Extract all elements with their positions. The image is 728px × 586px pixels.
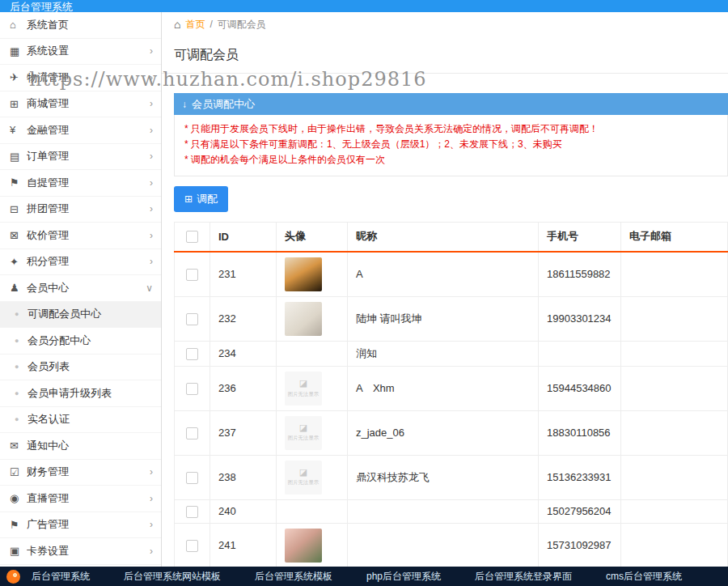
avatar-image bbox=[285, 257, 322, 291]
footer-logo-icon bbox=[6, 570, 20, 584]
chevron-right-icon: › bbox=[150, 256, 153, 267]
cell-nickname bbox=[348, 523, 539, 567]
placeholder-text: 图片无法显示 bbox=[288, 390, 319, 397]
cell-id: 241 bbox=[210, 523, 277, 567]
sidebar-subitem-label: 会员申请升级列表 bbox=[28, 386, 153, 401]
sidebar-item-orders[interactable]: ▤ 订单管理 › bbox=[0, 144, 161, 171]
sidebar-item-label: 自提管理 bbox=[27, 176, 150, 190]
footer-link[interactable]: 后台管理系统 bbox=[32, 570, 90, 584]
chevron-right-icon: › bbox=[150, 546, 153, 557]
cell-phone: 15944534860 bbox=[539, 366, 621, 410]
sidebar-item-notifications[interactable]: ✉ 通知中心 bbox=[0, 433, 161, 460]
sidebar-item-ads[interactable]: ⚑ 广告管理 › bbox=[0, 512, 161, 539]
cell-email bbox=[621, 252, 728, 297]
user-icon: ♟ bbox=[10, 282, 27, 294]
table-row: 236 ◪ 图片无法显示 A Xhm 15944534860 bbox=[175, 366, 728, 410]
sidebar-subitem-label: 实名认证 bbox=[28, 412, 153, 427]
table-row: 231 A 18611559882 bbox=[175, 252, 728, 297]
yuan-icon: ¥ bbox=[10, 124, 27, 136]
envelope-icon: ✉ bbox=[10, 440, 27, 452]
column-header-email: 电子邮箱 bbox=[621, 223, 728, 252]
dispatch-button-label: 调配 bbox=[197, 192, 218, 206]
sidebar-subitem-upgrade-requests[interactable]: ● 会员申请升级列表 bbox=[0, 380, 161, 407]
row-checkbox[interactable] bbox=[186, 506, 198, 518]
cell-nickname: 陆坤 请叫我坤 bbox=[348, 296, 539, 341]
app-title: 后台管理系统 bbox=[10, 1, 73, 12]
sidebar-item-label: 拼团管理 bbox=[27, 202, 150, 216]
sidebar-item-label: 会员中心 bbox=[27, 281, 146, 295]
sidebar-subitem-label: 会员分配中心 bbox=[28, 333, 153, 348]
sidebar-item-coupons[interactable]: ▣ 卡券设置 › bbox=[0, 538, 161, 565]
cart-icon: ⊟ bbox=[10, 203, 27, 215]
dispatch-button[interactable]: ⊞ 调配 bbox=[174, 186, 228, 212]
cell-id: 234 bbox=[210, 341, 277, 366]
sidebar-item-system-settings[interactable]: ▦ 系统设置 › bbox=[0, 39, 161, 66]
sidebar-item-label: 卡券设置 bbox=[27, 544, 150, 558]
cell-id: 231 bbox=[210, 252, 277, 297]
row-checkbox[interactable] bbox=[186, 472, 198, 484]
dispatch-icon: ⊞ bbox=[184, 193, 193, 205]
select-all-checkbox[interactable] bbox=[186, 231, 198, 243]
avatar-image bbox=[285, 529, 322, 563]
row-checkbox[interactable] bbox=[186, 313, 198, 325]
sidebar-item-live-streaming[interactable]: ◉ 直播管理 › bbox=[0, 486, 161, 512]
sidebar-subitem-member-list[interactable]: ● 会员列表 bbox=[0, 355, 161, 381]
chevron-right-icon: › bbox=[150, 177, 153, 189]
page-title: 可调配会员 bbox=[162, 36, 728, 74]
cell-phone bbox=[539, 341, 621, 366]
cell-id: 237 bbox=[210, 410, 277, 455]
sidebar-item-member-center[interactable]: ♟ 会员中心 ∨ bbox=[0, 275, 161, 302]
breadcrumb-home-link[interactable]: 首页 bbox=[185, 18, 205, 32]
sidebar-item-logistics[interactable]: ✈ 物流管理 › bbox=[0, 65, 161, 91]
bullet-icon: ● bbox=[15, 310, 28, 318]
breadcrumb-current: 可调配会员 bbox=[218, 18, 266, 32]
sidebar-item-mall[interactable]: ⊞ 商城管理 › bbox=[0, 91, 161, 118]
row-checkbox[interactable] bbox=[186, 427, 198, 440]
cell-phone: 18611559882 bbox=[539, 252, 621, 297]
sidebar-item-financial-mgmt[interactable]: ☑ 财务管理 › bbox=[0, 460, 161, 486]
sidebar-subitem-label: 会员列表 bbox=[28, 359, 153, 374]
footer-link[interactable]: 后台管理系统模板 bbox=[255, 570, 332, 584]
sidebar-item-bargain[interactable]: ⊠ 砍价管理 › bbox=[0, 223, 161, 249]
sidebar-subitem-member-distribution[interactable]: ● 会员分配中心 bbox=[0, 328, 161, 355]
cell-email bbox=[621, 366, 728, 410]
table-row: 241 15731092987 bbox=[175, 523, 728, 567]
footer-link[interactable]: cms后台管理系统 bbox=[606, 570, 682, 584]
top-navbar: 后台管理系统 bbox=[0, 0, 728, 12]
footer-link[interactable]: php后台管理系统 bbox=[366, 570, 441, 584]
home-icon: ⌂ bbox=[174, 18, 180, 31]
cell-email bbox=[621, 455, 728, 499]
sidebar-subitem-dispatchable-members[interactable]: ● 可调配会员中心 bbox=[0, 302, 161, 329]
sidebar-item-pickup[interactable]: ⚑ 自提管理 › bbox=[0, 170, 161, 197]
row-checkbox[interactable] bbox=[186, 269, 198, 281]
row-checkbox[interactable] bbox=[186, 348, 198, 360]
sidebar-item-finance[interactable]: ¥ 金融管理 › bbox=[0, 117, 161, 144]
footer-link[interactable]: 后台管理系统登录界面 bbox=[475, 570, 572, 584]
points-icon: ✦ bbox=[10, 256, 27, 268]
footer-link[interactable]: 后台管理系统网站模板 bbox=[124, 570, 221, 584]
collapse-arrow-icon[interactable]: ↓ bbox=[182, 99, 187, 110]
order-icon: ▤ bbox=[10, 151, 27, 163]
breadcrumb: ⌂ 首页 / 可调配会员 bbox=[162, 12, 728, 36]
chevron-right-icon: › bbox=[150, 203, 153, 214]
sidebar-item-label: 系统首页 bbox=[27, 18, 153, 32]
table-row: 240 15027956204 bbox=[175, 499, 728, 523]
cell-phone: 18830110856 bbox=[539, 410, 621, 455]
sidebar-item-label: 积分管理 bbox=[27, 254, 150, 269]
cell-phone: 19903301234 bbox=[539, 296, 621, 341]
chevron-right-icon: › bbox=[150, 45, 153, 57]
table-row: 232 陆坤 请叫我坤 19903301234 bbox=[175, 296, 728, 341]
sidebar-item-groupbuy[interactable]: ⊟ 拼团管理 › bbox=[0, 197, 161, 223]
cell-email bbox=[621, 499, 728, 523]
sidebar-item-points[interactable]: ✦ 积分管理 › bbox=[0, 249, 161, 276]
sidebar-subitem-realname-verify[interactable]: ● 实名认证 bbox=[0, 407, 161, 434]
cell-phone: 15731092987 bbox=[539, 523, 621, 567]
row-checkbox[interactable] bbox=[186, 540, 198, 552]
warning-box: * 只能用于发展会员下线时，由于操作出错，导致会员关系无法确定的情况，调配后不可… bbox=[174, 115, 728, 176]
sidebar-item-label: 金融管理 bbox=[27, 123, 150, 138]
table-row: 237 ◪ 图片无法显示 z_jade_06 18830110856 bbox=[175, 410, 728, 455]
row-checkbox[interactable] bbox=[186, 383, 198, 395]
sidebar-item-label: 财务管理 bbox=[27, 465, 150, 479]
sidebar-item-system-home[interactable]: ⌂ 系统首页 bbox=[0, 12, 161, 39]
cart-icon: ⊠ bbox=[10, 229, 27, 241]
